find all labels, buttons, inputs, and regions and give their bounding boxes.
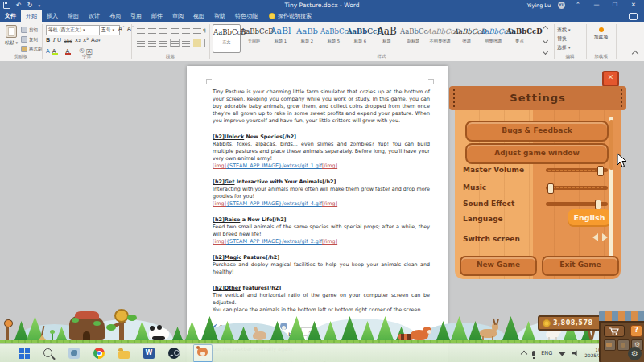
shop-help-button[interactable]: ? — [630, 325, 642, 337]
style-item[interactable]: AaBbCcD标题 6 — [347, 24, 374, 53]
addin-button[interactable]: 加载项 — [586, 34, 616, 41]
settings-scrollbar[interactable] — [609, 117, 613, 260]
hidden-icons-chevron[interactable] — [521, 351, 527, 357]
align-right-icon[interactable] — [159, 39, 167, 47]
master-volume-slider[interactable] — [546, 168, 608, 172]
style-item[interactable]: AaBbCcD不明显强调 — [427, 24, 453, 53]
app-icon[interactable] — [68, 348, 80, 359]
microphone-icon[interactable] — [532, 351, 535, 356]
tab-mailings[interactable]: 邮件 — [147, 10, 167, 22]
speaker-icon[interactable] — [572, 350, 579, 356]
sort-icon[interactable] — [193, 27, 201, 34]
restore-button[interactable]: ❐ — [609, 0, 621, 10]
document-page[interactable]: Tiny Pasture is your charming little far… — [187, 66, 448, 362]
style-item[interactable]: AaBbCcD强调 — [453, 24, 480, 53]
font-size-select[interactable]: 五号 ▾ — [99, 25, 120, 35]
style-item[interactable]: AaBb标题 2 — [294, 24, 320, 53]
numbering-icon[interactable] — [148, 27, 156, 34]
shop-cart-button[interactable] — [604, 325, 625, 337]
input-language[interactable]: ENG — [541, 350, 552, 356]
sound-effect-slider[interactable] — [546, 202, 608, 206]
select-button[interactable]: 选择 ▾ — [557, 44, 570, 51]
music-slider[interactable] — [546, 186, 608, 190]
settings-close-button[interactable]: ✕ — [602, 71, 619, 87]
decrease-indent-icon[interactable] — [171, 27, 179, 34]
collapse-ribbon-icon[interactable] — [632, 51, 638, 57]
tab-review[interactable]: 审阅 — [167, 10, 188, 22]
shop-storage-button[interactable] — [604, 339, 616, 351]
bugs-feedback-button[interactable]: Bugs & Feedback — [465, 121, 609, 142]
bold-button[interactable]: B — [46, 37, 50, 43]
shop-bag-button[interactable] — [617, 339, 630, 351]
word-icon[interactable]: W — [143, 348, 155, 359]
increase-indent-icon[interactable] — [182, 27, 190, 34]
tab-layout[interactable]: 布局 — [105, 10, 126, 22]
pilcrow-icon[interactable]: ¶ — [203, 27, 206, 33]
tab-home[interactable]: 开始 — [21, 10, 42, 22]
paste-button[interactable]: 粘贴 ▾ — [3, 25, 19, 52]
justify-icon[interactable] — [171, 39, 179, 47]
replace-button[interactable]: 替换 — [557, 35, 567, 43]
find-button[interactable]: 查找 ▾ — [557, 27, 570, 34]
language-button[interactable]: English — [568, 209, 610, 227]
addin-icon[interactable] — [599, 27, 604, 32]
wifi-icon[interactable] — [558, 351, 566, 356]
tab-references[interactable]: 引用 — [126, 10, 147, 22]
search-button[interactable] — [43, 348, 55, 359]
document-text[interactable]: Tiny Pasture is your charming little far… — [213, 88, 430, 362]
tab-view[interactable]: 视图 — [188, 10, 209, 22]
tab-insert[interactable]: 插入 — [42, 10, 63, 22]
bullets-icon[interactable] — [137, 27, 145, 34]
tab-help[interactable]: 帮助 — [209, 10, 230, 22]
ribbon-display-options-icon[interactable]: ⌃ — [572, 0, 584, 10]
subscript-button[interactable]: x₂ — [75, 37, 80, 43]
slider-handle[interactable] — [597, 166, 604, 176]
cut-button[interactable]: 剪切 — [21, 27, 38, 33]
grow-font-icon[interactable]: A˄ — [118, 26, 125, 32]
tab-design[interactable]: 设计 — [84, 10, 105, 22]
style-item[interactable]: AaBbCcD明显强调 — [480, 24, 506, 53]
close-button[interactable]: ✕ — [628, 0, 639, 10]
screen-left-arrow[interactable] — [592, 233, 598, 241]
style-item[interactable]: AaBbCcD正文 — [213, 24, 241, 53]
style-item[interactable]: AaBbCc副标题 — [400, 24, 427, 53]
line-spacing-icon[interactable] — [182, 39, 190, 47]
new-game-button[interactable]: New Game — [460, 256, 537, 276]
underline-button[interactable]: U — [57, 37, 61, 43]
avatar[interactable]: YL — [558, 2, 565, 9]
start-button[interactable] — [19, 348, 30, 359]
account-name[interactable]: Yiying Lu — [527, 2, 551, 9]
file-explorer-icon[interactable] — [118, 351, 130, 359]
change-case-button[interactable]: Aa▾ — [91, 37, 101, 43]
tab-draw[interactable]: 绘图 — [63, 10, 84, 22]
align-center-icon[interactable] — [148, 39, 156, 47]
italic-button[interactable]: I — [52, 37, 55, 43]
style-item[interactable]: AaB标题 — [374, 24, 400, 53]
multilevel-list-icon[interactable] — [159, 27, 167, 34]
style-item[interactable]: AaBl标题 1 — [267, 24, 294, 53]
superscript-button[interactable]: x² — [83, 37, 89, 43]
minimize-button[interactable]: — — [591, 0, 602, 10]
adjust-window-button[interactable]: Adjust game window — [465, 143, 609, 164]
tell-me-search[interactable]: 操作说明搜索 — [269, 10, 312, 22]
font-family-select[interactable]: 等线 (西文正文) ▾ — [46, 25, 101, 35]
game-settings-float-button[interactable]: ⚙ — [628, 347, 642, 360]
screen-right-arrow[interactable] — [602, 233, 608, 241]
format-painter-button[interactable]: 格式刷 — [21, 46, 43, 52]
tab-special-features[interactable]: 特色功能 — [230, 10, 262, 22]
exit-game-button[interactable]: Exit Game — [542, 256, 619, 276]
chrome-icon[interactable] — [93, 348, 105, 359]
shading-icon[interactable] — [193, 39, 201, 47]
slider-handle[interactable] — [547, 183, 554, 194]
steam-icon[interactable] — [168, 348, 180, 359]
tiny-pasture-taskbar-icon[interactable] — [193, 344, 213, 362]
style-gallery-scroll[interactable] — [539, 25, 549, 56]
scrollbar-thumb[interactable] — [609, 120, 613, 170]
comments-icon[interactable] — [629, 13, 638, 20]
copy-button[interactable]: 复制 — [21, 36, 38, 43]
style-item[interactable]: AaBbCcl标题 5 — [320, 24, 347, 53]
align-left-icon[interactable] — [137, 39, 145, 47]
style-item[interactable]: AaBbCcD无间距 — [241, 24, 267, 53]
tab-file[interactable]: 文件 — [0, 10, 21, 22]
strikethrough-button[interactable]: abc — [64, 38, 72, 43]
